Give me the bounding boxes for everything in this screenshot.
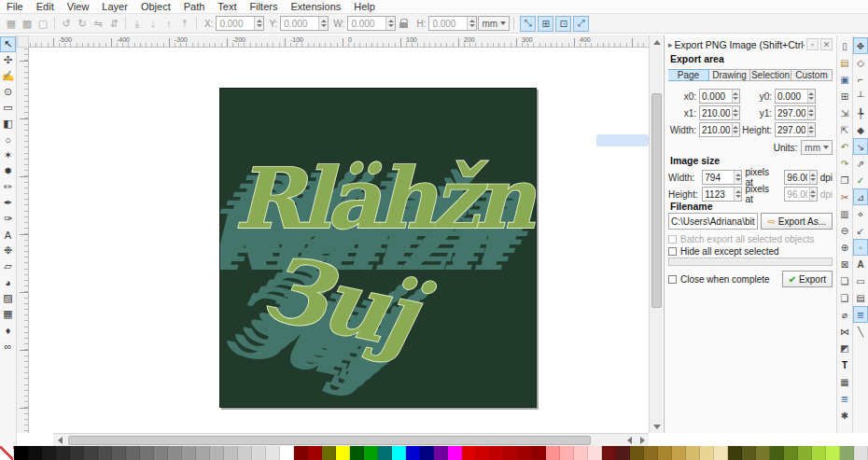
paste-icon[interactable]: ▥ (837, 205, 852, 222)
swatch[interactable] (196, 446, 210, 460)
x-spinner[interactable] (254, 17, 263, 30)
swatch[interactable] (742, 446, 756, 460)
select-all-icon[interactable]: ▦ (4, 16, 19, 31)
copy-icon[interactable]: ❐ (837, 172, 852, 188)
unlink-clone-icon[interactable]: ⌀ (837, 306, 852, 323)
width-dpi-spinner[interactable] (809, 171, 817, 184)
swatch[interactable] (28, 446, 42, 460)
swatch[interactable] (42, 446, 56, 460)
swatch[interactable] (672, 446, 686, 460)
zoom-selection-icon[interactable]: ⊠ (837, 256, 852, 272)
lower-icon[interactable]: ↓ (146, 16, 161, 31)
swatch[interactable] (140, 446, 154, 460)
snap-bbox-midpoint-icon[interactable]: ╄ (853, 105, 868, 121)
lower-to-bottom-icon[interactable]: ⤓ (130, 16, 145, 31)
w-spinner[interactable] (385, 17, 395, 30)
swatch[interactable] (210, 446, 224, 460)
swatch[interactable] (448, 446, 462, 460)
redo-icon[interactable]: ↷ (837, 155, 852, 172)
deselect-icon[interactable]: ▢ (35, 16, 50, 31)
horizontal-scroll-thumb[interactable] (68, 436, 591, 445)
h-input[interactable] (429, 17, 467, 30)
pixel-width-input[interactable] (703, 171, 734, 184)
x1-input[interactable] (700, 106, 732, 119)
w-input[interactable] (348, 17, 385, 30)
swatch[interactable] (378, 446, 392, 460)
snap-guides-icon[interactable]: ╲ (853, 323, 868, 340)
menu-edit[interactable]: Edit (30, 0, 61, 13)
y1-input[interactable] (776, 106, 807, 119)
swatch[interactable] (616, 446, 630, 460)
zoom-drawing-icon[interactable]: ⊖ (837, 222, 852, 239)
swatch[interactable] (238, 446, 252, 460)
swatch[interactable] (644, 446, 658, 460)
tool-pencil[interactable]: ✏ (0, 179, 16, 195)
canvas-viewport[interactable]: Rlähžn Rlähžn Rlähžn Rlähžn Rlähžn Зuȷ̈ … (29, 48, 649, 433)
batch-export-checkbox[interactable] (668, 235, 677, 244)
swatch[interactable] (546, 446, 560, 460)
print-icon[interactable]: ⊞ (837, 88, 852, 105)
swatch[interactable] (56, 446, 70, 460)
h-spinner[interactable] (467, 17, 476, 30)
swatch[interactable] (560, 446, 574, 460)
panel-dock-icon[interactable]: ▫ (806, 38, 819, 50)
xml-editor-icon[interactable]: ⋈ (837, 323, 852, 340)
snap-nodes-icon[interactable]: ◆ (853, 121, 868, 138)
area-height-input[interactable] (776, 123, 807, 136)
swatch[interactable] (812, 446, 826, 460)
snap-bbox-icon[interactable]: ◇ (853, 54, 868, 71)
menu-file[interactable]: File (0, 0, 30, 13)
vertical-scroll-thumb[interactable] (651, 93, 662, 308)
x0-spinner[interactable] (732, 90, 739, 103)
swatch[interactable] (840, 446, 854, 460)
lock-ratio-icon[interactable] (399, 18, 410, 29)
area-height-spinner[interactable] (807, 123, 815, 136)
swatch[interactable] (770, 446, 784, 460)
swatch[interactable] (350, 446, 364, 460)
width-dpi-input[interactable] (785, 171, 809, 184)
y1-spinner[interactable] (807, 106, 815, 119)
new-document-icon[interactable]: ▯ (837, 37, 852, 54)
swatch[interactable] (798, 446, 812, 460)
panel-close-icon[interactable]: ✕ (820, 38, 833, 50)
swatch[interactable] (182, 446, 196, 460)
tool-spiral[interactable]: ✹ (0, 163, 16, 179)
swatch[interactable] (280, 446, 294, 460)
tool-ellipse[interactable]: ○ (0, 132, 16, 147)
swatch[interactable] (154, 446, 168, 460)
export-as-button[interactable]: ⇨ Export As... (761, 213, 833, 230)
swatch[interactable] (532, 446, 546, 460)
height-dpi-spinner[interactable] (809, 188, 817, 201)
snap-text-baseline-icon[interactable]: A (853, 256, 868, 272)
align-dialog-icon[interactable]: ≣ (837, 390, 852, 407)
swatch[interactable] (84, 446, 98, 460)
swatch[interactable] (294, 446, 308, 460)
save-icon[interactable]: ▣ (837, 71, 852, 88)
x-input[interactable] (217, 17, 254, 30)
tool-zoom[interactable]: ⊙ (0, 84, 16, 100)
tool-selector[interactable]: ↖ (0, 36, 16, 52)
tool-tweak[interactable]: ✍ (0, 68, 16, 84)
undo-icon[interactable]: ↶ (837, 138, 852, 155)
snap-cusp-icon[interactable]: ✓ (853, 172, 868, 188)
swatch[interactable] (574, 446, 588, 460)
swatch[interactable] (406, 446, 420, 460)
tool-bezier-pen[interactable]: ✒ (0, 195, 16, 211)
swatch[interactable] (252, 446, 266, 460)
menu-layer[interactable]: Layer (95, 0, 134, 13)
scroll-left-icon[interactable] (53, 434, 66, 447)
swatch[interactable] (854, 446, 868, 460)
snap-page-border-icon[interactable]: ▭ (853, 272, 868, 289)
swatch[interactable] (434, 446, 448, 460)
hide-except-checkbox[interactable] (668, 247, 677, 256)
fill-stroke-icon[interactable]: ◩ (837, 340, 852, 356)
scroll-up-icon[interactable] (650, 35, 664, 49)
document-page[interactable]: Rlähžn Rlähžn Rlähžn Rlähžn Rlähžn Зuȷ̈ … (219, 88, 537, 408)
flip-vertical-icon[interactable]: ⇵ (106, 16, 121, 31)
snap-object-center-icon[interactable]: ↙ (853, 222, 868, 239)
swatch[interactable] (476, 446, 490, 460)
snap-path-icon[interactable]: ↘ (853, 138, 868, 155)
swatch[interactable] (336, 446, 350, 460)
filename-input[interactable] (669, 214, 757, 229)
snap-grid-lines-icon[interactable]: ≣ (853, 306, 868, 323)
